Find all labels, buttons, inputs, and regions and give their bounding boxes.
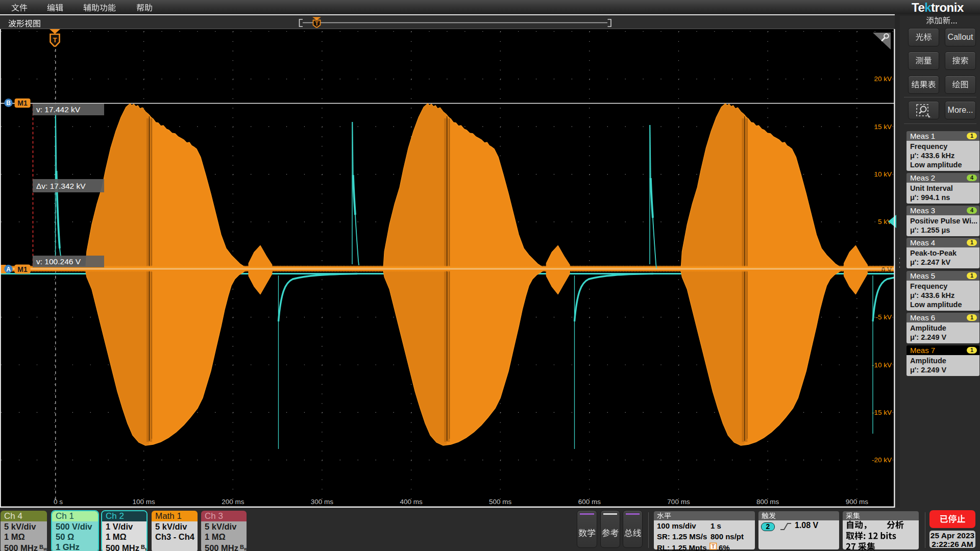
svg-text:500 ms: 500 ms: [489, 498, 512, 506]
svg-text:800 ms: 800 ms: [756, 498, 779, 506]
svg-text:M1: M1: [17, 265, 28, 273]
svg-text:0 s: 0 s: [54, 498, 63, 506]
svg-text:400 ms: 400 ms: [400, 498, 423, 506]
svg-text:600 ms: 600 ms: [578, 498, 601, 506]
svg-text:700 ms: 700 ms: [667, 498, 690, 506]
svg-text:10 kV: 10 kV: [874, 170, 892, 178]
svg-text:5 kV: 5 kV: [878, 218, 892, 226]
svg-text:100 ms: 100 ms: [132, 498, 155, 506]
svg-text:-20 kV: -20 kV: [872, 456, 892, 464]
svg-text:200 ms: 200 ms: [222, 498, 244, 506]
svg-text:B: B: [6, 99, 11, 107]
svg-text:-5 kV: -5 kV: [875, 313, 892, 321]
svg-text:M1: M1: [17, 99, 28, 107]
svg-text:15 kV: 15 kV: [874, 123, 892, 131]
svg-text:Δv: 17.342 kV: Δv: 17.342 kV: [36, 182, 86, 190]
svg-text:T: T: [53, 36, 57, 44]
svg-text:v: 100.246 V: v: 100.246 V: [36, 257, 81, 266]
svg-text:v: 17.442 kV: v: 17.442 kV: [36, 105, 81, 114]
svg-text:0 V: 0 V: [881, 266, 892, 273]
svg-text:-10 kV: -10 kV: [872, 361, 892, 369]
svg-text:300 ms: 300 ms: [311, 498, 334, 506]
svg-text:-15 kV: -15 kV: [872, 409, 892, 416]
svg-text:900 ms: 900 ms: [846, 498, 869, 506]
svg-text:20 kV: 20 kV: [874, 75, 892, 83]
svg-text:A: A: [6, 266, 11, 273]
